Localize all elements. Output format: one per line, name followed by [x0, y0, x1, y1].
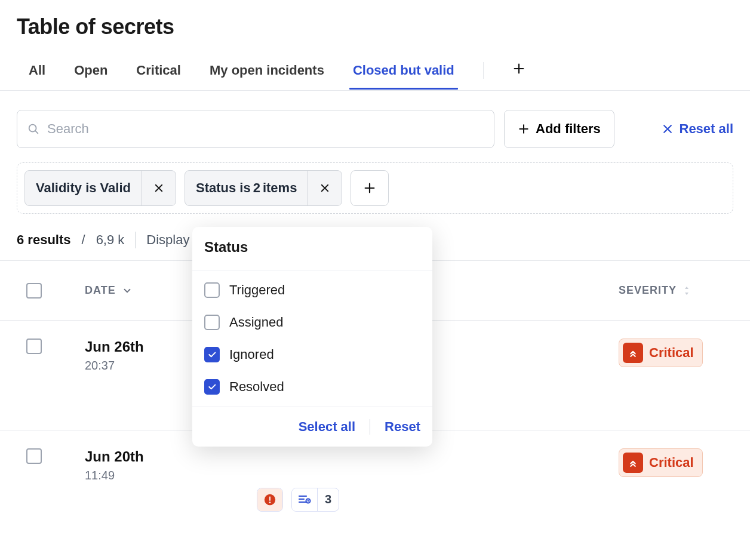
display-label: Display — [146, 232, 189, 248]
row-alert-badge — [257, 488, 283, 512]
row-view-count-badge: 3 — [291, 488, 339, 512]
chevron-down-icon — [122, 285, 133, 296]
filter-chip-validity[interactable]: Validity is Valid — [24, 170, 176, 206]
select-all-checkbox[interactable] — [26, 283, 42, 299]
results-total: 6,9 k — [96, 232, 125, 248]
column-severity[interactable]: SEVERITY — [619, 284, 750, 297]
table-row[interactable]: Jun 20th 11:49 Critical — [0, 430, 750, 540]
add-filters-label: Add filters — [536, 121, 601, 137]
status-option-triggered[interactable]: Triggered — [204, 282, 420, 298]
severity-label: Critical — [649, 345, 694, 361]
tab-critical[interactable]: Critical — [136, 63, 181, 89]
divider — [135, 232, 136, 248]
status-option-label: Assigned — [229, 315, 284, 330]
tab-closed-but-valid[interactable]: Closed but valid — [353, 63, 454, 89]
status-option-label: Resolved — [229, 379, 284, 395]
filter-chip-status-label: Status is 2 items — [185, 171, 308, 205]
add-filter-chip-button[interactable] — [351, 170, 389, 206]
svg-rect-2 — [269, 496, 271, 500]
search-input[interactable] — [47, 121, 484, 137]
add-filters-button[interactable]: Add filters — [504, 110, 614, 148]
filter-chip-status-remove[interactable] — [308, 171, 342, 205]
checkbox[interactable] — [204, 282, 220, 298]
row-time: 11:49 — [85, 469, 257, 482]
status-option-assigned[interactable]: Assigned — [204, 315, 420, 330]
close-icon — [153, 183, 164, 193]
status-option-resolved[interactable]: Resolved — [204, 379, 420, 395]
search-field[interactable] — [17, 110, 494, 148]
tabs: All Open Critical My open incidents Clos… — [0, 39, 750, 91]
svg-point-3 — [269, 501, 271, 503]
severity-badge: Critical — [619, 448, 703, 477]
plus-icon — [512, 62, 525, 75]
results-separator: / — [82, 232, 85, 248]
column-date-label: DATE — [85, 284, 116, 297]
tab-open[interactable]: Open — [74, 63, 107, 89]
results-count: 6 results — [17, 232, 71, 248]
filter-chip-status-count: 2 — [253, 180, 260, 196]
sort-icon — [683, 285, 691, 296]
status-option-label: Ignored — [229, 347, 274, 362]
reset-button[interactable]: Reset — [385, 419, 420, 435]
filter-chip-validity-label: Validity is Valid — [25, 171, 142, 205]
column-severity-label: SEVERITY — [619, 284, 677, 297]
reset-all-label: Reset all — [680, 121, 734, 137]
row-checkbox[interactable] — [26, 448, 42, 464]
row-view-count: 3 — [317, 488, 339, 511]
checkbox-checked[interactable] — [204, 379, 220, 395]
close-icon — [319, 183, 330, 193]
tab-all[interactable]: All — [29, 63, 45, 89]
divider — [370, 419, 370, 435]
alert-icon — [257, 488, 282, 511]
checkbox[interactable] — [204, 315, 220, 330]
status-filter-popover: Status Triggered Assigned Ignored Reso — [192, 227, 432, 447]
page-title: Table of secrets — [0, 0, 750, 39]
plus-icon — [518, 123, 530, 135]
add-tab-button[interactable] — [512, 61, 525, 90]
severity-badge: Critical — [619, 339, 703, 367]
filter-chip-validity-remove[interactable] — [142, 171, 176, 205]
row-date: Jun 20th — [85, 448, 257, 465]
popover-title: Status — [192, 227, 432, 270]
reset-all-button[interactable]: Reset all — [662, 121, 734, 137]
tab-divider — [483, 62, 484, 79]
row-checkbox[interactable] — [26, 339, 42, 354]
tab-my-open-incidents[interactable]: My open incidents — [210, 63, 324, 89]
filter-chip-status-prefix: Status is — [196, 180, 251, 196]
severity-critical-icon — [623, 343, 643, 363]
filter-chip-status[interactable]: Status is 2 items — [185, 170, 342, 206]
checkbox-checked[interactable] — [204, 347, 220, 362]
filter-chip-status-suffix: items — [263, 180, 297, 196]
eye-icon — [292, 488, 317, 511]
close-icon — [662, 123, 674, 135]
severity-label: Critical — [649, 455, 694, 470]
select-all-button[interactable]: Select all — [299, 419, 355, 435]
plus-icon — [363, 181, 376, 195]
status-option-label: Triggered — [229, 282, 285, 298]
severity-critical-icon — [623, 453, 643, 473]
svg-point-5 — [308, 500, 309, 501]
status-option-ignored[interactable]: Ignored — [204, 347, 420, 362]
filter-chip-group: Validity is Valid Status is 2 items — [17, 162, 733, 214]
search-icon — [27, 122, 40, 136]
